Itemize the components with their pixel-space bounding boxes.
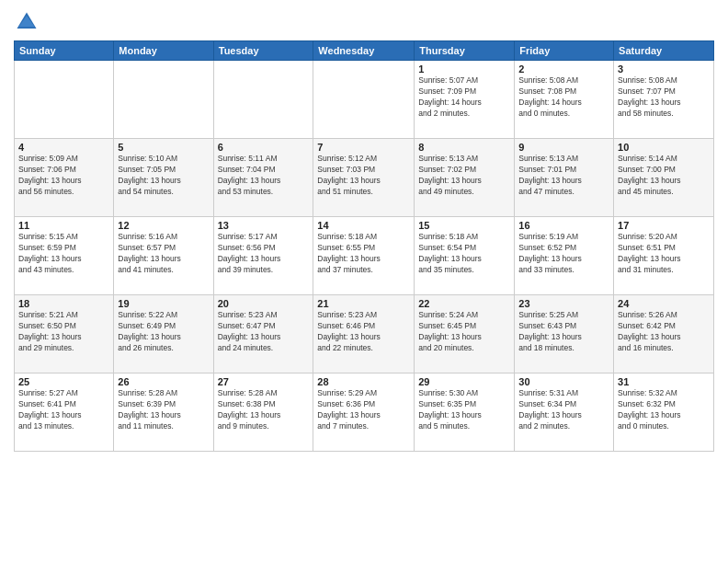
day-info: Sunrise: 5:27 AM Sunset: 6:41 PM Dayligh…	[18, 388, 109, 432]
header	[14, 9, 714, 35]
day-number: 17	[618, 220, 710, 231]
calendar-cell: 20Sunrise: 5:23 AM Sunset: 6:47 PM Dayli…	[213, 295, 313, 373]
day-number: 29	[418, 376, 510, 387]
day-info: Sunrise: 5:29 AM Sunset: 6:36 PM Dayligh…	[317, 388, 410, 432]
day-info: Sunrise: 5:28 AM Sunset: 6:38 PM Dayligh…	[218, 388, 310, 432]
calendar-cell: 15Sunrise: 5:18 AM Sunset: 6:54 PM Dayli…	[415, 217, 515, 295]
day-header-wednesday: Wednesday	[313, 41, 415, 61]
day-number: 14	[317, 220, 410, 231]
calendar-cell: 23Sunrise: 5:25 AM Sunset: 6:43 PM Dayli…	[515, 295, 614, 373]
day-number: 13	[218, 220, 310, 231]
calendar-cell: 27Sunrise: 5:28 AM Sunset: 6:38 PM Dayli…	[213, 373, 313, 452]
calendar-week-5: 25Sunrise: 5:27 AM Sunset: 6:41 PM Dayli…	[15, 373, 714, 452]
svg-marker-1	[18, 16, 35, 27]
calendar-cell: 11Sunrise: 5:15 AM Sunset: 6:59 PM Dayli…	[15, 217, 114, 295]
day-info: Sunrise: 5:13 AM Sunset: 7:02 PM Dayligh…	[418, 154, 510, 198]
calendar-week-3: 11Sunrise: 5:15 AM Sunset: 6:59 PM Dayli…	[15, 217, 714, 295]
calendar-cell: 18Sunrise: 5:21 AM Sunset: 6:50 PM Dayli…	[15, 295, 114, 373]
calendar-cell: 26Sunrise: 5:28 AM Sunset: 6:39 PM Dayli…	[114, 373, 213, 452]
day-number: 5	[118, 142, 209, 153]
day-header-friday: Friday	[515, 41, 614, 61]
day-number: 20	[218, 298, 310, 309]
day-header-sunday: Sunday	[15, 41, 114, 61]
day-number: 10	[618, 142, 710, 153]
day-number: 6	[218, 142, 310, 153]
day-number: 4	[18, 142, 109, 153]
calendar-cell: 2Sunrise: 5:08 AM Sunset: 7:08 PM Daylig…	[515, 61, 614, 139]
day-number: 22	[418, 298, 510, 309]
day-header-monday: Monday	[114, 41, 213, 61]
day-info: Sunrise: 5:31 AM Sunset: 6:34 PM Dayligh…	[518, 388, 609, 432]
day-number: 12	[118, 220, 209, 231]
day-info: Sunrise: 5:24 AM Sunset: 6:45 PM Dayligh…	[418, 310, 510, 354]
day-number: 18	[18, 298, 109, 309]
day-number: 2	[518, 63, 609, 75]
day-header-tuesday: Tuesday	[213, 41, 313, 61]
calendar-cell: 17Sunrise: 5:20 AM Sunset: 6:51 PM Dayli…	[614, 217, 714, 295]
calendar-table: SundayMondayTuesdayWednesdayThursdayFrid…	[14, 40, 714, 452]
logo-icon	[14, 9, 40, 35]
day-info: Sunrise: 5:28 AM Sunset: 6:39 PM Dayligh…	[118, 388, 209, 432]
calendar-cell: 14Sunrise: 5:18 AM Sunset: 6:55 PM Dayli…	[313, 217, 415, 295]
calendar-cell: 1Sunrise: 5:07 AM Sunset: 7:09 PM Daylig…	[415, 61, 515, 139]
day-header-thursday: Thursday	[415, 41, 515, 61]
calendar-cell: 25Sunrise: 5:27 AM Sunset: 6:41 PM Dayli…	[15, 373, 114, 452]
calendar-cell	[15, 61, 114, 139]
main-container: SundayMondayTuesdayWednesdayThursdayFrid…	[0, 0, 728, 456]
day-number: 8	[418, 142, 510, 153]
day-info: Sunrise: 5:16 AM Sunset: 6:57 PM Dayligh…	[118, 232, 209, 276]
day-number: 23	[518, 298, 609, 309]
day-info: Sunrise: 5:09 AM Sunset: 7:06 PM Dayligh…	[18, 154, 109, 198]
day-info: Sunrise: 5:23 AM Sunset: 6:47 PM Dayligh…	[218, 310, 310, 354]
day-number: 28	[317, 376, 410, 387]
day-number: 15	[418, 220, 510, 231]
day-number: 19	[118, 298, 209, 309]
day-info: Sunrise: 5:07 AM Sunset: 7:09 PM Dayligh…	[418, 75, 510, 120]
day-info: Sunrise: 5:22 AM Sunset: 6:49 PM Dayligh…	[118, 310, 209, 354]
calendar-week-4: 18Sunrise: 5:21 AM Sunset: 6:50 PM Dayli…	[15, 295, 714, 373]
calendar-cell: 3Sunrise: 5:08 AM Sunset: 7:07 PM Daylig…	[614, 61, 714, 139]
calendar-cell: 24Sunrise: 5:26 AM Sunset: 6:42 PM Dayli…	[614, 295, 714, 373]
calendar-cell	[114, 61, 213, 139]
day-info: Sunrise: 5:21 AM Sunset: 6:50 PM Dayligh…	[18, 310, 109, 354]
calendar-cell	[213, 61, 313, 139]
logo	[14, 9, 43, 35]
day-info: Sunrise: 5:19 AM Sunset: 6:52 PM Dayligh…	[518, 232, 609, 276]
day-number: 26	[118, 376, 209, 387]
day-info: Sunrise: 5:08 AM Sunset: 7:08 PM Dayligh…	[518, 75, 609, 120]
day-number: 25	[18, 376, 109, 387]
calendar-header-row: SundayMondayTuesdayWednesdayThursdayFrid…	[15, 41, 714, 61]
day-info: Sunrise: 5:18 AM Sunset: 6:55 PM Dayligh…	[317, 232, 410, 276]
day-info: Sunrise: 5:14 AM Sunset: 7:00 PM Dayligh…	[618, 154, 710, 198]
calendar-cell: 8Sunrise: 5:13 AM Sunset: 7:02 PM Daylig…	[415, 139, 515, 217]
day-number: 9	[518, 142, 609, 153]
day-info: Sunrise: 5:18 AM Sunset: 6:54 PM Dayligh…	[418, 232, 510, 276]
day-header-saturday: Saturday	[614, 41, 714, 61]
calendar-week-2: 4Sunrise: 5:09 AM Sunset: 7:06 PM Daylig…	[15, 139, 714, 217]
day-info: Sunrise: 5:08 AM Sunset: 7:07 PM Dayligh…	[618, 75, 710, 120]
calendar-cell: 22Sunrise: 5:24 AM Sunset: 6:45 PM Dayli…	[415, 295, 515, 373]
calendar-cell: 31Sunrise: 5:32 AM Sunset: 6:32 PM Dayli…	[614, 373, 714, 452]
calendar-cell: 13Sunrise: 5:17 AM Sunset: 6:56 PM Dayli…	[213, 217, 313, 295]
calendar-cell: 7Sunrise: 5:12 AM Sunset: 7:03 PM Daylig…	[313, 139, 415, 217]
day-number: 24	[618, 298, 710, 309]
day-info: Sunrise: 5:23 AM Sunset: 6:46 PM Dayligh…	[317, 310, 410, 354]
calendar-cell: 5Sunrise: 5:10 AM Sunset: 7:05 PM Daylig…	[114, 139, 213, 217]
calendar-week-1: 1Sunrise: 5:07 AM Sunset: 7:09 PM Daylig…	[15, 61, 714, 139]
day-number: 3	[618, 63, 710, 75]
day-info: Sunrise: 5:17 AM Sunset: 6:56 PM Dayligh…	[218, 232, 310, 276]
day-number: 16	[518, 220, 609, 231]
day-info: Sunrise: 5:12 AM Sunset: 7:03 PM Dayligh…	[317, 154, 410, 198]
calendar-cell: 21Sunrise: 5:23 AM Sunset: 6:46 PM Dayli…	[313, 295, 415, 373]
calendar-cell: 19Sunrise: 5:22 AM Sunset: 6:49 PM Dayli…	[114, 295, 213, 373]
day-number: 21	[317, 298, 410, 309]
day-number: 7	[317, 142, 410, 153]
calendar-cell: 29Sunrise: 5:30 AM Sunset: 6:35 PM Dayli…	[415, 373, 515, 452]
day-number: 11	[18, 220, 109, 231]
day-info: Sunrise: 5:32 AM Sunset: 6:32 PM Dayligh…	[618, 388, 710, 432]
day-info: Sunrise: 5:11 AM Sunset: 7:04 PM Dayligh…	[218, 154, 310, 198]
calendar-cell: 30Sunrise: 5:31 AM Sunset: 6:34 PM Dayli…	[515, 373, 614, 452]
calendar-cell: 6Sunrise: 5:11 AM Sunset: 7:04 PM Daylig…	[213, 139, 313, 217]
calendar-cell: 16Sunrise: 5:19 AM Sunset: 6:52 PM Dayli…	[515, 217, 614, 295]
day-number: 30	[518, 376, 609, 387]
